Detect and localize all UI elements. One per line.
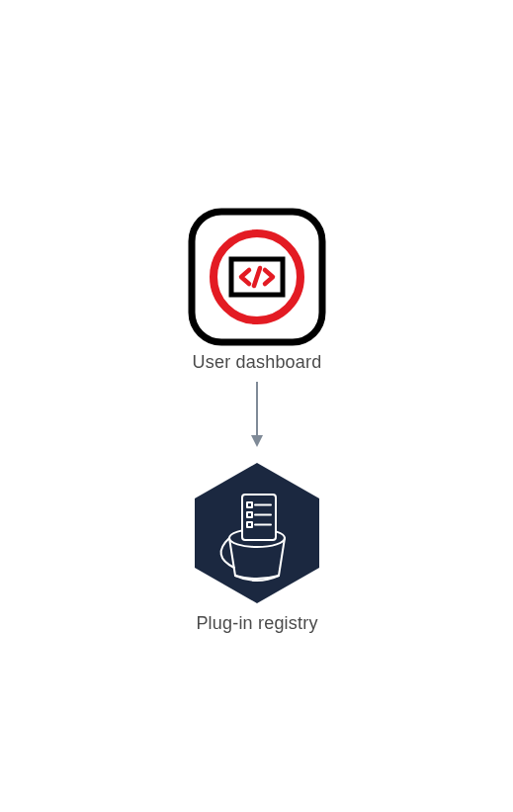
node-label-user-dashboard: User dashboard bbox=[193, 352, 322, 373]
user-dashboard-icon bbox=[186, 206, 328, 348]
arrow-dashboard-to-registry bbox=[249, 380, 265, 453]
node-user-dashboard: User dashboard bbox=[186, 206, 328, 373]
svg-marker-5 bbox=[251, 435, 263, 447]
plugin-registry-icon bbox=[181, 457, 333, 609]
node-label-plugin-registry: Plug-in registry bbox=[196, 613, 317, 634]
diagram-canvas: User dashboard bbox=[0, 0, 513, 812]
node-plugin-registry: Plug-in registry bbox=[181, 457, 333, 634]
